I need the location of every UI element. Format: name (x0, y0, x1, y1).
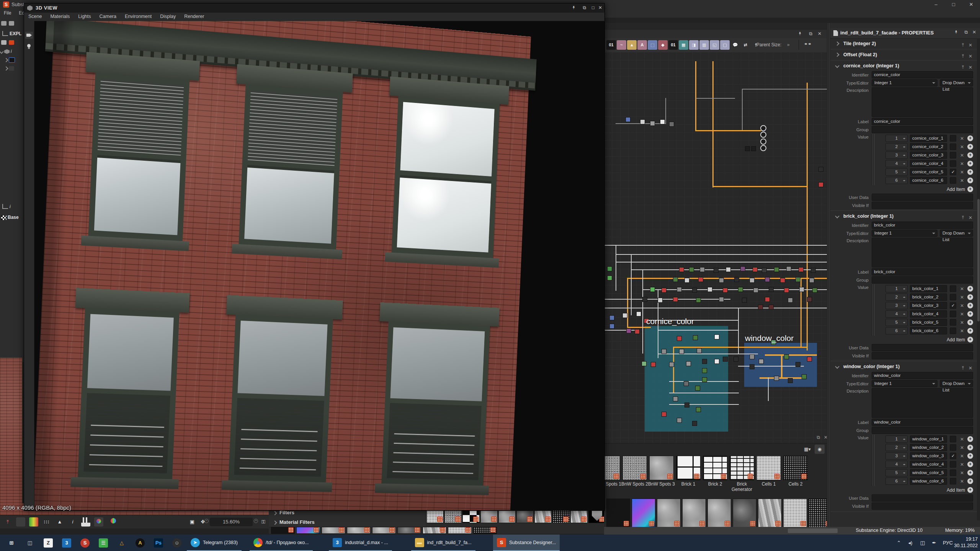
user-data-field[interactable] (872, 494, 973, 502)
graph-node[interactable] (784, 354, 789, 359)
value-index-stepper[interactable]: 2 (885, 444, 908, 451)
remove-section-icon[interactable]: ✕ (969, 213, 972, 222)
3dview-menu-display[interactable]: Display (156, 13, 180, 20)
label-field[interactable]: window_color (872, 419, 973, 426)
value-remove-icon[interactable]: ✕ (959, 136, 965, 141)
value-name-field[interactable]: window_color_2 (910, 444, 947, 451)
type-select[interactable]: Integer 1 (872, 380, 938, 387)
dock-icon[interactable]: ⧉ (809, 31, 812, 36)
graph-node[interactable] (635, 329, 640, 334)
graph-node[interactable] (626, 117, 630, 122)
mannequin-icon[interactable]: ▲ (55, 517, 64, 527)
graph-tool-icon-0[interactable]: 01 (606, 40, 616, 50)
chevron-down-icon[interactable] (835, 364, 839, 368)
value-checkbox[interactable] (950, 160, 956, 167)
graph-node[interactable] (809, 278, 814, 283)
taskbar-app-folder[interactable]: ▬ind_rdlt_build_7_fa... (411, 535, 475, 551)
collapse-chevron[interactable] (4, 66, 8, 70)
graph-node[interactable] (742, 298, 747, 303)
graph-node[interactable] (795, 362, 800, 367)
value-checkbox[interactable] (950, 436, 956, 442)
graph-node[interactable] (802, 374, 807, 379)
library-thumb[interactable] (649, 456, 674, 480)
graph-node[interactable] (684, 381, 689, 386)
value-name-field[interactable]: brick_color_5 (910, 319, 947, 326)
graph-node[interactable] (788, 298, 793, 303)
value-add-icon[interactable]: + (967, 328, 973, 334)
value-index-stepper[interactable]: 5 (885, 319, 908, 326)
export-icon[interactable]: ⤒ (962, 213, 964, 222)
value-remove-icon[interactable]: ✕ (959, 445, 965, 450)
value-checkbox[interactable] (950, 311, 956, 317)
graph-node[interactable] (696, 298, 701, 303)
graph-node[interactable] (734, 277, 739, 282)
value-remove-icon[interactable]: ✕ (959, 170, 965, 175)
value-add-icon[interactable]: + (967, 294, 973, 300)
value-add-icon[interactable]: + (967, 152, 973, 158)
graph-node[interactable] (609, 324, 614, 329)
visible-if-field[interactable] (872, 202, 973, 209)
taskbar-app-max3d[interactable]: 3 (58, 535, 75, 551)
chevron-down-icon[interactable] (835, 64, 839, 68)
value-index-stepper[interactable]: 6 (885, 327, 908, 334)
graph-node[interactable] (753, 288, 758, 293)
value-checkbox[interactable] (950, 177, 956, 184)
value-index-stepper[interactable]: 4 (885, 461, 908, 468)
taskbar-app-maxdoc[interactable]: 3industrial_d.max - ... (329, 535, 392, 551)
taskbar-app-note[interactable]: ☰ (95, 535, 112, 551)
add-item-icon[interactable]: + (967, 186, 973, 192)
taskbar-app-alch[interactable]: △ (113, 535, 130, 551)
value-remove-icon[interactable]: ✕ (959, 320, 965, 325)
resource-icon[interactable] (9, 66, 14, 71)
library-thumb[interactable] (758, 499, 782, 527)
identifier-field[interactable]: cornice_color (872, 71, 973, 78)
graph-node[interactable] (723, 357, 728, 362)
library-thumb[interactable] (703, 456, 727, 480)
value-add-icon[interactable]: + (967, 445, 973, 450)
value-checkbox[interactable] (950, 444, 956, 451)
library-thumb[interactable] (783, 456, 808, 480)
graph-node[interactable] (698, 277, 703, 282)
graph-tool-icon-13[interactable]: ⮂ (741, 40, 750, 50)
value-checkbox[interactable] (950, 152, 956, 158)
zoom-in-icon[interactable]: + (254, 519, 258, 523)
graph-node[interactable] (719, 297, 724, 302)
graph-node[interactable] (607, 276, 612, 280)
graph-node[interactable] (692, 421, 697, 426)
value-name-field[interactable]: cornice_color_1 (910, 135, 947, 142)
graph-node[interactable] (702, 368, 707, 373)
graph-node[interactable] (769, 287, 774, 292)
graph-node[interactable] (658, 298, 663, 303)
add-item-icon[interactable]: + (967, 337, 973, 342)
filter-thumb[interactable] (397, 527, 421, 534)
value-add-icon[interactable]: + (967, 453, 973, 459)
close-icon[interactable]: ✕ (824, 435, 827, 440)
graph-node[interactable] (650, 287, 655, 292)
value-checkbox[interactable] (950, 328, 956, 334)
graph-canvas[interactable]: ⧉ ✕ cornice_colorwindow_color (604, 52, 827, 443)
export-icon[interactable]: ⤒ (962, 63, 964, 72)
value-name-field[interactable]: brick_color_4 (910, 310, 947, 318)
library-thumb[interactable] (730, 456, 754, 480)
pin-icon[interactable]: 🖈 (572, 5, 576, 10)
filter-thumb[interactable] (423, 527, 446, 534)
graph-node[interactable] (707, 287, 712, 292)
taskbar-app-win[interactable]: ⊞ (3, 535, 20, 551)
graph-node[interactable] (799, 287, 804, 292)
graph-node[interactable] (622, 313, 627, 318)
graph-item-icon[interactable] (9, 57, 15, 63)
value-add-icon[interactable]: + (967, 169, 973, 175)
3dview-menu-scene[interactable]: Scene (24, 13, 46, 20)
filter-thumb[interactable] (296, 527, 320, 534)
graph-node[interactable] (662, 349, 666, 354)
dock-icon[interactable]: ⧉ (583, 5, 586, 10)
graph-tool-icon-12[interactable]: 💬 (730, 40, 740, 50)
graph-node[interactable] (774, 267, 779, 272)
graph-node[interactable] (697, 348, 702, 353)
value-add-icon[interactable]: + (967, 303, 973, 308)
graph-node[interactable] (714, 334, 719, 339)
library-thumb[interactable] (604, 456, 620, 480)
value-grip[interactable] (872, 284, 875, 336)
value-checkbox[interactable] (950, 143, 956, 150)
taskbar-app-sp[interactable]: S (77, 535, 93, 551)
